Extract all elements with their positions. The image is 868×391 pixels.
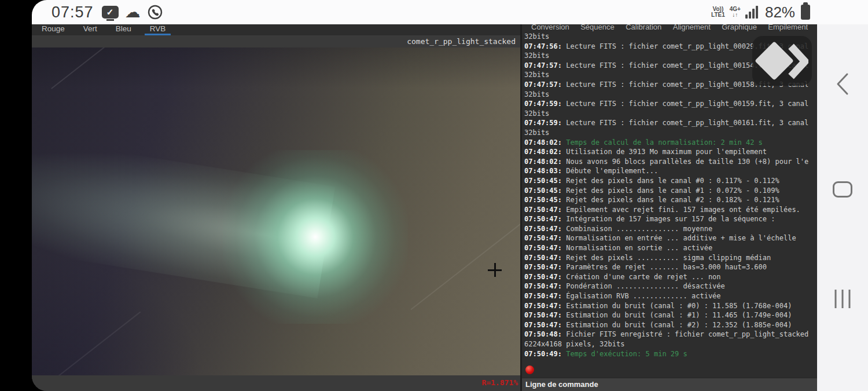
log-line: 07:50:47: Paramètres de rejet ....... ba… bbox=[524, 262, 816, 272]
battery-percent: 82% bbox=[765, 3, 795, 21]
log-line: 07:50:47: Normalisation en entrée ... ad… bbox=[524, 233, 816, 243]
status-clock: 07:57 bbox=[52, 3, 94, 21]
satellite-streak bbox=[45, 312, 141, 375]
log-line: 07:50:45: Rejet des pixels dans le canal… bbox=[524, 176, 816, 186]
log-line: 07:47:59: Lecture FITS : fichier comet_r… bbox=[524, 99, 816, 109]
log-line: 07:48:02: Temps de calcul de la normalis… bbox=[524, 138, 816, 148]
satellite-streak bbox=[410, 192, 520, 310]
log-line: 07:50:47: Pondération ............... dé… bbox=[524, 282, 816, 291]
image-viewer-panel: RougeVertBleuRVB comet_r_pp_light_stacke… bbox=[32, 24, 522, 391]
satellite-streak bbox=[51, 47, 111, 89]
log-line: 07:50:49: Temps d'exécution: 5 min 29 s bbox=[524, 349, 816, 359]
channel-tab-rvb[interactable]: RVB bbox=[145, 24, 171, 35]
channel-tab-bleu[interactable]: Bleu bbox=[111, 24, 137, 35]
volte-indicator: Vo)) LTE1 bbox=[711, 6, 725, 18]
channel-tab-rouge[interactable]: Rouge bbox=[36, 24, 70, 35]
back-icon[interactable] bbox=[835, 72, 850, 96]
log-line: 32bits bbox=[524, 128, 816, 138]
log-line: 07:48:02: Nous avons 96 blocs parallèles… bbox=[524, 157, 816, 167]
status-led-row bbox=[522, 362, 817, 378]
record-status-icon bbox=[525, 366, 534, 374]
status-bar: 07:57 ✓ ☁ Vo)) LTE1 4G+ ↓↑ bbox=[32, 0, 868, 24]
crosshair-cursor-icon bbox=[488, 263, 502, 277]
battery-icon bbox=[801, 5, 810, 20]
recents-icon[interactable] bbox=[835, 290, 851, 308]
signal-strength-icon bbox=[745, 6, 758, 19]
log-line: 07:50:47: Normalisation en sortie ... ac… bbox=[524, 243, 816, 253]
home-icon[interactable] bbox=[833, 181, 852, 198]
viewer-status-bar: R=1.871% bbox=[32, 375, 520, 391]
phone-screen: 07:57 ✓ ☁ Vo)) LTE1 4G+ ↓↑ bbox=[32, 0, 868, 391]
log-line: 07:50:45: Rejet des pixels dans le canal… bbox=[524, 195, 816, 205]
log-line: 32bits bbox=[524, 109, 816, 119]
log-line: 07:50:45: Rejet des pixels dans le canal… bbox=[524, 186, 816, 196]
log-line: 07:50:47: Rejet des pixels .......... si… bbox=[524, 253, 816, 263]
whatsapp-icon bbox=[147, 4, 163, 20]
log-line: 07:50:47: Création d'une carte de rejet … bbox=[524, 272, 816, 282]
channel-tabs: RougeVertBleuRVB bbox=[32, 24, 520, 35]
log-line: 07:47:59: Lecture FITS : fichier comet_r… bbox=[524, 118, 816, 128]
phone-screenshot: 07:57 ✓ ☁ Vo)) LTE1 4G+ ↓↑ bbox=[0, 0, 868, 391]
command-line-bar[interactable]: Ligne de commande bbox=[522, 378, 817, 391]
floating-overlay-button[interactable] bbox=[752, 36, 812, 86]
siril-app-window: RougeVertBleuRVB comet_r_pp_light_stacke… bbox=[32, 24, 817, 391]
command-line-label: Ligne de commande bbox=[525, 380, 598, 389]
image-filename-overlay: comet_r_pp_light_stacked bbox=[32, 35, 520, 47]
screen-cast-icon: ✓ bbox=[102, 6, 119, 19]
chevron-right-icon bbox=[788, 43, 808, 79]
log-line: 07:50:47: Estimation du bruit (canal : #… bbox=[524, 310, 816, 320]
log-line: 07:48:02: Utilisation de 3913 Mo maximum… bbox=[524, 147, 816, 157]
log-line: 07:50:47: Estimation du bruit (canal : #… bbox=[524, 301, 816, 311]
log-line: 32bits bbox=[524, 90, 816, 100]
network-type-indicator: 4G+ ↓↑ bbox=[730, 6, 741, 18]
comet-image-canvas[interactable] bbox=[32, 47, 520, 375]
status-system-icons: Vo)) LTE1 4G+ ↓↑ 82% bbox=[711, 0, 810, 24]
log-line: 07:48:03: Débute l'empilement... bbox=[524, 166, 816, 176]
log-line: 07:50:47: Intégration de 157 images sur … bbox=[524, 214, 816, 224]
channel-tab-vert[interactable]: Vert bbox=[78, 24, 102, 35]
log-line: 07:50:48: Fichier FITS enregistré : fich… bbox=[524, 330, 816, 339]
cloud-icon: ☁ bbox=[125, 6, 141, 19]
ratio-readout: R=1.871% bbox=[481, 378, 518, 387]
status-notification-icons: ✓ ☁ bbox=[102, 4, 163, 20]
log-line: 6224x4168 pixels, 32bits bbox=[524, 339, 816, 349]
log-line: 07:50:47: Combinaison ............... mo… bbox=[524, 224, 816, 234]
android-nav-bar bbox=[817, 24, 868, 391]
log-line: 07:50:47: Estimation du bruit (canal : #… bbox=[524, 320, 816, 330]
log-line: 07:50:47: Égalisation RVB ............. … bbox=[524, 291, 816, 301]
log-line: 07:50:47: Empilement avec rejet fini. 15… bbox=[524, 205, 816, 215]
comet-head bbox=[223, 150, 408, 324]
